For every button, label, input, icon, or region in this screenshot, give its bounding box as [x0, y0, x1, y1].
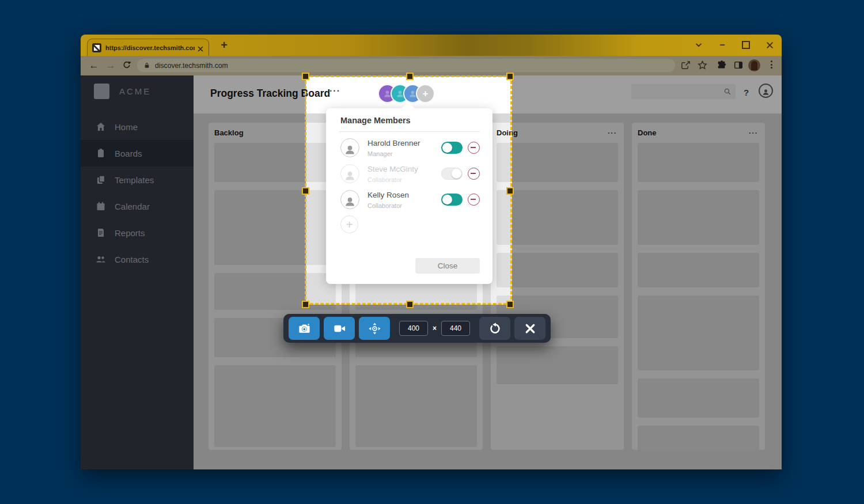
region-select-button[interactable]: [359, 317, 390, 340]
new-tab-button[interactable]: +: [218, 39, 230, 52]
close-x-icon: [524, 322, 537, 335]
image-capture-button[interactable]: [289, 317, 320, 340]
capture-toolbar: ×: [283, 314, 551, 343]
desktop: https://discover.techsmith.com + – ← →: [0, 0, 864, 504]
cancel-capture-button[interactable]: [514, 317, 545, 340]
region-crosshair-icon: [368, 322, 381, 335]
restart-selection-button[interactable]: [479, 317, 510, 340]
browser-tab-bar: https://discover.techsmith.com + –: [81, 35, 782, 56]
capture-width-input[interactable]: [399, 321, 428, 336]
selection-handle-e[interactable]: [506, 187, 514, 195]
window-close-button[interactable]: [763, 39, 776, 51]
selection-handle-s[interactable]: [406, 301, 414, 308]
window-chevron-icon[interactable]: [692, 39, 706, 51]
camera-icon: [298, 322, 311, 335]
tab-title: https://discover.techsmith.com: [105, 44, 195, 51]
dimension-separator: ×: [433, 324, 437, 332]
dim-overlay-top: [81, 56, 782, 77]
selection-handle-se[interactable]: [506, 301, 514, 308]
tab-close-icon[interactable]: [197, 44, 204, 51]
browser-tab[interactable]: https://discover.techsmith.com: [87, 39, 209, 56]
selection-handle-sw[interactable]: [302, 301, 309, 308]
capture-selection-region[interactable]: [305, 75, 512, 305]
video-capture-button[interactable]: [324, 317, 355, 340]
dim-overlay-left: [81, 77, 306, 305]
selection-handle-w[interactable]: [302, 187, 309, 195]
capture-size-group: ×: [399, 321, 470, 336]
selection-handle-nw[interactable]: [302, 73, 309, 80]
restart-icon: [488, 322, 502, 335]
video-camera-icon: [333, 322, 346, 335]
window-minimize-button[interactable]: –: [715, 39, 729, 51]
selection-handle-ne[interactable]: [506, 73, 514, 80]
selection-handle-n[interactable]: [406, 73, 414, 80]
window-maximize-button[interactable]: [739, 39, 753, 51]
capture-height-input[interactable]: [441, 321, 470, 336]
capture-favicon-icon: [92, 43, 101, 52]
dim-overlay-right: [512, 77, 782, 305]
